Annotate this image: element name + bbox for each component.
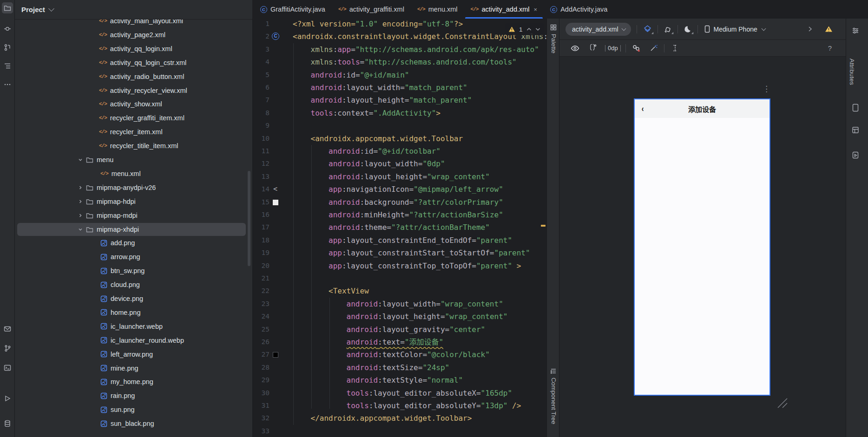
code-line-19[interactable]: 19 app:layout_constraintStart_toStartOf=… — [253, 247, 546, 260]
code-line-16[interactable]: 16 android:minHeight="?attr/actionBarSiz… — [253, 209, 546, 222]
code-line-26[interactable]: 26 android:text="添加设备" — [253, 336, 546, 349]
code-editor[interactable]: 1<?xml version="1.0" encoding="utf-8"?>2… — [252, 19, 546, 437]
close-icon[interactable]: × — [534, 6, 538, 13]
color-preview-white-icon[interactable] — [273, 200, 278, 205]
align-pack-icon[interactable] — [669, 42, 681, 54]
error-stripe-warning-mark[interactable] — [541, 225, 546, 227]
code-line-29[interactable]: 29 android:textStyle="normal" — [253, 374, 546, 387]
tree-item-btn-sw-png[interactable]: btn_sw.png — [15, 264, 252, 278]
vcs-toolwindow-button[interactable] — [2, 343, 13, 354]
code-line-25[interactable]: 25 android:layout_gravity="center" — [253, 323, 546, 336]
chevron-right-icon[interactable] — [78, 199, 83, 204]
pull-requests-button[interactable] — [2, 42, 13, 53]
tab-menu-xml[interactable]: </>menu.xml — [411, 0, 464, 19]
code-line-12[interactable]: 12 android:layout_width="0dp" — [253, 157, 546, 170]
tree-item-device-png[interactable]: device.png — [15, 292, 252, 306]
attributes-tab[interactable]: Attributes — [848, 59, 855, 85]
chevron-down-icon[interactable] — [78, 157, 83, 162]
tree-item-mipmap-mdpi[interactable]: mipmap-mdpi — [15, 209, 252, 222]
tree-item-home-png[interactable]: home.png — [15, 306, 252, 320]
commit-toolwindow-button[interactable] — [2, 23, 13, 34]
tree-item-my-home-png[interactable]: my_home.png — [15, 375, 252, 389]
code-line-20[interactable]: 20 app:layout_constraintTop_toTopOf="par… — [253, 260, 546, 273]
chevron-right-icon[interactable] — [78, 185, 83, 190]
autoconnect-magnet-icon[interactable] — [586, 42, 598, 54]
night-mode-icon[interactable] — [682, 23, 694, 35]
tree-item-mine-png[interactable]: mine.png — [15, 361, 252, 375]
tree-item-recycler-graffiti-item-xml[interactable]: </>recycler_graffiti_item.xml — [15, 111, 252, 125]
image-preview-gutter-icon[interactable]: < — [273, 183, 277, 196]
code-line-15[interactable]: 15 android:background="?attr/colorPrimar… — [253, 196, 546, 209]
phone-resize-handle[interactable] — [776, 397, 788, 411]
back-arrow-icon[interactable]: ‹ — [642, 104, 644, 114]
code-line-22[interactable]: 22 <TextView — [253, 285, 546, 298]
code-line-24[interactable]: 24 android:layout_height="wrap_content" — [253, 310, 546, 323]
toolbar-overflow-chevron[interactable] — [804, 23, 816, 35]
tab-activity-add-xml[interactable]: </>activity_add.xml× — [464, 0, 544, 19]
code-line-2[interactable]: 2C<androidx.constraintlayout.widget.Cons… — [253, 30, 546, 43]
code-line-5[interactable]: 5 android:id="@+id/main" — [253, 69, 546, 82]
code-line-31[interactable]: 31 tools:layout_editor_absoluteY="13dp" … — [253, 399, 546, 412]
more-toolwindows-button[interactable] — [2, 79, 13, 90]
tree-item-add-png[interactable]: add.png — [15, 236, 252, 250]
project-toolwindow-button[interactable] — [2, 2, 13, 13]
layout-file-selector[interactable]: activity_add.xml — [566, 23, 631, 36]
editor-inspections-widget[interactable]: 1 — [505, 23, 544, 35]
device-manager-icon[interactable] — [850, 102, 861, 113]
tab-AddActivity-java[interactable]: CAddActivity.java — [544, 0, 614, 19]
code-line-10[interactable]: 10 <androidx.appcompat.widget.Toolbar — [253, 132, 546, 145]
tree-item-arrow-png[interactable]: arrow.png — [15, 250, 252, 264]
code-line-1[interactable]: 1<?xml version="1.0" encoding="utf-8"?> — [253, 19, 546, 31]
default-margin-selector[interactable]: 0dp — [605, 45, 621, 52]
tree-item-menu[interactable]: menu — [15, 153, 252, 167]
view-options-eye-icon[interactable] — [569, 42, 581, 54]
palette-tab[interactable]: Palette — [547, 24, 560, 53]
code-line-4[interactable]: 4 xmlns:tools="http://schemas.android.co… — [253, 56, 546, 69]
component-kebab-icon[interactable]: ⋮ — [763, 87, 768, 91]
services-toolwindow-button[interactable] — [2, 418, 13, 429]
tree-item-recycler-titile-item-xml[interactable]: </>recycler_titile_item.xml — [15, 139, 252, 153]
tree-item-activity-recycler-view-xml[interactable]: </>activity_recycler_view.xml — [15, 84, 252, 98]
code-line-8[interactable]: 8 tools:context=".AddActivity"> — [253, 107, 546, 120]
run-toolwindow-button[interactable] — [2, 393, 13, 404]
project-panel-header[interactable]: Project — [15, 0, 252, 20]
code-line-14[interactable]: 14< app:navigationIcon="@mipmap/left_arr… — [253, 183, 546, 196]
terminal-toolwindow-button[interactable] — [2, 362, 13, 373]
tree-item-recycler-item-xml[interactable]: </>recycler_item.xml — [15, 125, 252, 139]
code-line-17[interactable]: 17 android:theme="?attr/actionBarTheme" — [253, 221, 546, 234]
previous-warning-icon[interactable] — [526, 27, 532, 31]
phone-preview[interactable]: 添加设备 ‹ — [634, 98, 770, 396]
tree-item-mipmap-xhdpi[interactable]: mipmap-xhdpi — [15, 222, 252, 236]
chevron-down-icon[interactable] — [78, 227, 83, 232]
code-line-9[interactable]: 9 — [253, 119, 546, 132]
tree-item-activity-page2-xml[interactable]: </>activity_page2.xml — [15, 28, 252, 42]
component-tree-tab[interactable]: Component Tree — [547, 368, 560, 424]
clear-constraints-icon[interactable] — [631, 42, 643, 54]
tree-item-sun-black-png[interactable]: sun_black.png — [15, 417, 252, 430]
code-line-33[interactable]: 33 — [253, 425, 546, 437]
tree-item-ic-launcher-webp[interactable]: ic_launcher.webp — [15, 320, 252, 333]
tree-item-mipmap-hdpi[interactable]: mipmap-hdpi — [15, 195, 252, 209]
code-line-18[interactable]: 18 app:layout_constraintEnd_toEndOf="par… — [253, 234, 546, 247]
tree-item-activity-show-xml[interactable]: </>activity_show.xml — [15, 97, 252, 111]
device-selector[interactable]: Medium Phone — [704, 25, 765, 33]
structure-toolwindow-button[interactable] — [2, 60, 13, 72]
orientation-selector-icon[interactable] — [662, 23, 674, 35]
tab-GraffitiActivity-java[interactable]: CGraffitiActivity.java — [254, 0, 332, 19]
infer-constraints-wand-icon[interactable] — [647, 42, 659, 54]
design-canvas[interactable]: ⋮ 添加设备 ‹ — [559, 57, 846, 437]
tree-item-sun-png[interactable]: sun.png — [15, 403, 252, 417]
tree-item-left-arrow-png[interactable]: left_arrow.png — [15, 347, 252, 361]
tree-item-activity-qq-login-xml[interactable]: </>activity_qq_login.xml — [15, 42, 252, 56]
attributes-sliders-icon[interactable] — [850, 25, 861, 36]
code-line-21[interactable]: 21 — [253, 272, 546, 285]
tree-item-activity-qq-login-cstr-xml[interactable]: </>activity_qq_login_cstr.xml — [15, 56, 252, 70]
color-preview-black-icon[interactable] — [273, 352, 278, 358]
tree-item-rain-png[interactable]: rain.png — [15, 389, 252, 403]
class-gutter-icon[interactable]: C — [272, 33, 279, 40]
code-line-6[interactable]: 6 android:layout_width="match_parent" — [253, 81, 546, 94]
running-devices-icon[interactable] — [850, 150, 861, 161]
design-surface-selector-icon[interactable] — [642, 23, 654, 35]
tree-item-menu-xml[interactable]: </>menu.xml — [15, 167, 252, 181]
code-line-27[interactable]: 27 android:textColor="@color/black" — [253, 348, 546, 361]
